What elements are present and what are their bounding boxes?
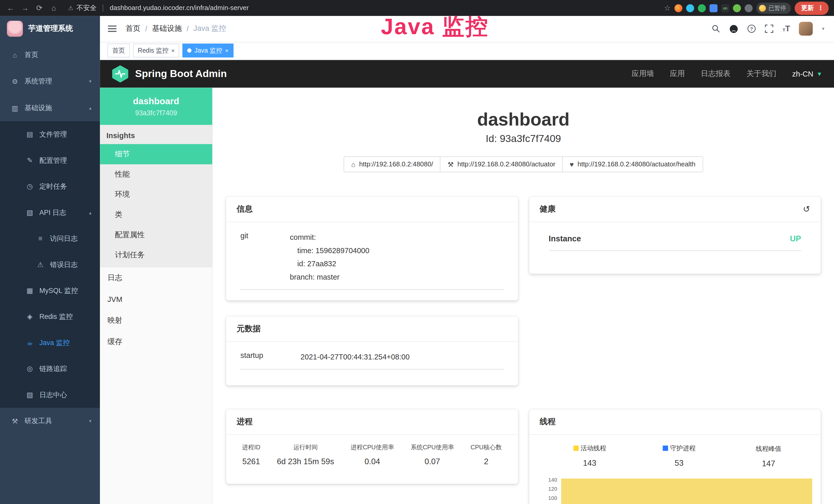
sidebar-item-infrastructure[interactable]: ▥ 基础设施 ▴: [0, 95, 100, 121]
extension-grid-icon[interactable]: [709, 4, 717, 12]
sba-item-classes[interactable]: 类: [100, 205, 212, 225]
sba-item-config-props[interactable]: 配置属性: [100, 225, 212, 245]
close-icon[interactable]: ×: [225, 47, 228, 54]
sidebar-item-system-mgmt[interactable]: ⚙ 系统管理 ▾: [0, 68, 100, 95]
locale-selector[interactable]: zh-CN ▼: [792, 70, 822, 78]
chrome-update-button[interactable]: 更新 ⋮: [795, 1, 829, 15]
forward-icon[interactable]: →: [20, 4, 30, 12]
threads-chart: 140 120 100: [545, 475, 813, 504]
breadcrumb-home[interactable]: 首页: [126, 24, 140, 33]
sba-item-metrics[interactable]: 性能: [100, 164, 212, 185]
search-icon[interactable]: [712, 24, 721, 33]
sidebar-item-error-logs[interactable]: ⚠ 错误日志: [0, 251, 100, 277]
sidebar-fold-icon[interactable]: [107, 24, 117, 33]
sba-sidebar: dashboard 93a3fc7f7409 Insights 细节 性能 环境…: [100, 88, 213, 504]
card-title: 线程: [540, 417, 555, 427]
sba-nav-about[interactable]: 关于我们: [746, 69, 776, 78]
sidebar-item-scheduled-jobs[interactable]: ◷ 定时任务: [0, 173, 100, 199]
tag-redis-monitor[interactable]: Redis 监控 ×: [133, 44, 179, 58]
metric-process-cpu: 进程CPU使用率 0.04: [351, 443, 394, 466]
tag-home[interactable]: 首页: [107, 44, 130, 58]
chevron-down-icon: ▾: [89, 78, 91, 84]
sba-nav-applications[interactable]: 应用: [670, 69, 685, 78]
sba-item-scheduled-tasks[interactable]: 计划任务: [100, 245, 212, 266]
health-card: 健康 ↺ Instance UP: [529, 197, 821, 274]
breadcrumb-infrastructure[interactable]: 基础设施: [152, 24, 182, 33]
instance-id-line: Id: 93a3fc7f7409: [213, 133, 834, 145]
extension-icon[interactable]: [675, 4, 682, 12]
sidebar-item-access-logs[interactable]: ≡ 访问日志: [0, 225, 100, 251]
chevron-up-icon: ▴: [89, 210, 91, 215]
health-url-button[interactable]: ♥ http://192.168.0.2:48080/actuator/heal…: [562, 156, 703, 172]
sidebar-item-log-center[interactable]: ▨ 日志中心: [0, 382, 100, 408]
sidebar-item-redis-monitor[interactable]: ◈ Redis 监控: [0, 303, 100, 329]
sidebar-item-file-mgmt[interactable]: ▤ 文件管理: [0, 121, 100, 147]
instance-title: dashboard: [213, 109, 834, 130]
sba-logo-icon: [112, 66, 129, 83]
security-label[interactable]: 不安全: [76, 3, 96, 12]
sba-item-environment[interactable]: 环境: [100, 185, 212, 205]
kebab-menu-icon[interactable]: ⋮: [817, 4, 824, 12]
chevron-down-icon: ▼: [816, 71, 822, 77]
app-sidebar: 芋道管理系统 ⌂ 首页 ⚙ 系统管理 ▾ ▥ 基础设施 ▴ ▤ 文件管理: [0, 16, 100, 504]
paused-badge[interactable]: 已暂停: [756, 2, 791, 13]
extension-icon[interactable]: [686, 4, 694, 12]
gear-icon: ⚙: [10, 77, 19, 85]
home-icon[interactable]: ⌂: [48, 4, 59, 12]
chevron-down-icon[interactable]: ▾: [822, 26, 824, 31]
back-icon[interactable]: ←: [5, 4, 16, 12]
history-icon[interactable]: ↺: [803, 204, 810, 214]
bookmark-star-icon[interactable]: ☆: [664, 4, 671, 12]
breadcrumb-separator: /: [145, 24, 147, 33]
sidebar-item-mysql-monitor[interactable]: ▦ MySQL 监控: [0, 278, 100, 303]
process-card: 进程 进程ID 5261 运行时间 6d 23h 15m 59s: [226, 410, 518, 484]
sba-brand[interactable]: Spring Boot Admin: [135, 68, 227, 80]
live-threads-area: [561, 479, 812, 504]
address-bar[interactable]: ⚠ 不安全 dashboard.yudao.iocoder.cn/infra/a…: [68, 3, 249, 12]
sidebar-item-dev-tools[interactable]: ⚒ 研发工具 ▾: [0, 408, 100, 434]
service-url-button[interactable]: ⌂ http://192.168.0.2:48080/: [344, 156, 441, 172]
github-icon[interactable]: [729, 24, 739, 33]
sidebar-item-tracing[interactable]: ◎ 链路追踪: [0, 356, 100, 382]
sba-item-logs[interactable]: 日志: [100, 268, 212, 289]
fullscreen-icon[interactable]: [765, 24, 774, 33]
java-icon: ☕: [25, 339, 34, 347]
font-size-icon[interactable]: тT: [783, 24, 790, 33]
extension-on-icon[interactable]: on: [721, 4, 729, 12]
sba-item-jvm[interactable]: JVM: [100, 289, 212, 310]
metadata-card: 元数据 startup 2021-04-27T00:44:31.254+08:0…: [226, 316, 518, 385]
tag-java-monitor[interactable]: Java 监控 ×: [183, 44, 233, 58]
sba-item-details[interactable]: 细节: [100, 144, 212, 164]
close-icon[interactable]: ×: [171, 47, 175, 54]
sba-nav-journal[interactable]: 日志报表: [701, 69, 730, 78]
help-icon[interactable]: ?: [747, 24, 756, 33]
sidebar-item-java-monitor[interactable]: ☕ Java 监控: [0, 330, 100, 356]
url-text[interactable]: dashboard.yudao.iocoder.cn/infra/admin-s…: [110, 4, 249, 12]
actuator-url-button[interactable]: ⚒ http://192.168.0.2:48080/actuator: [440, 156, 563, 172]
sba-nav-wallboard[interactable]: 应用墙: [632, 69, 654, 78]
screenshot-root: ← → ⟳ ⌂ ⚠ 不安全 dashboard.yudao.iocoder.cn…: [0, 0, 834, 504]
sba-item-mappings[interactable]: 映射: [100, 310, 212, 331]
extension-leaf-icon[interactable]: [733, 4, 741, 12]
threads-card: 线程 活动线程 143 守护进程: [529, 410, 821, 504]
card-title: 健康: [540, 204, 555, 214]
infrastructure-icon: ▥: [10, 104, 19, 112]
breadcrumb: 首页 / 基础设施 / Java 监控: [126, 24, 226, 33]
instance-header[interactable]: dashboard 93a3fc7f7409: [100, 88, 212, 125]
user-avatar[interactable]: [799, 22, 813, 36]
extension-pawn-icon[interactable]: [745, 4, 752, 12]
reload-icon[interactable]: ⟳: [34, 4, 45, 12]
app-logo-row[interactable]: 芋道管理系统: [0, 16, 100, 41]
sba-main: dashboard Id: 93a3fc7f7409 ⌂ http://192.…: [213, 88, 834, 504]
sidebar-item-api-logs[interactable]: ▧ API 日志 ▴: [0, 200, 100, 225]
metadata-startup-row: startup 2021-04-27T00:44:31.254+08:00: [240, 350, 503, 370]
sidebar-item-config-mgmt[interactable]: ✎ 配置管理: [0, 147, 100, 173]
extension-icon[interactable]: [698, 4, 706, 12]
chevron-up-icon: ▴: [89, 105, 91, 111]
annotation-java-monitor: Java 监控: [381, 12, 489, 42]
heart-icon: ♥: [570, 160, 574, 168]
metadata-key: startup: [240, 350, 301, 364]
access-log-icon: ≡: [36, 234, 45, 243]
sba-item-caches[interactable]: 缓存: [100, 331, 212, 352]
sidebar-item-home[interactable]: ⌂ 首页: [0, 42, 100, 68]
